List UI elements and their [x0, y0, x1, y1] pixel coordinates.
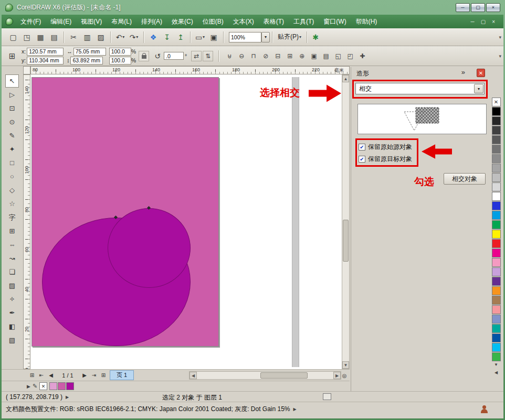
- text-tool[interactable]: 字: [5, 211, 19, 224]
- eyedropper-small-icon[interactable]: ✎: [33, 383, 37, 390]
- open-icon[interactable]: ◳: [20, 31, 33, 44]
- toolbar-overflow-icon[interactable]: ▾: [499, 35, 501, 40]
- keep-source-row[interactable]: ✔ 保留原始源对象: [359, 143, 412, 152]
- menu-item[interactable]: 文件(F): [16, 15, 46, 29]
- scale-x-field[interactable]: 100.0: [109, 48, 131, 56]
- add-page-tab-icon[interactable]: ⊞: [99, 371, 108, 380]
- horizontal-scrollbar[interactable]: ◀ ▶: [189, 371, 341, 380]
- x-position-field[interactable]: 120.57 mm: [27, 48, 64, 56]
- to-back-icon[interactable]: ◰: [345, 51, 355, 61]
- docker-close-icon[interactable]: ✕: [477, 69, 485, 77]
- fill-tool[interactable]: ◧: [5, 320, 19, 333]
- trim-icon[interactable]: ⊖: [236, 51, 247, 61]
- pick-tool[interactable]: ↖: [5, 74, 19, 88]
- no-color-swatch[interactable]: ✕: [492, 98, 501, 106]
- smart-fill-tool[interactable]: ✦: [5, 143, 19, 156]
- profile-flyout-icon[interactable]: ▶: [293, 407, 297, 412]
- dropdown-icon[interactable]: ▾: [203, 35, 205, 39]
- minimize-button[interactable]: ─: [456, 3, 470, 12]
- ungroup-icon[interactable]: ▤: [321, 51, 331, 61]
- color-swatch[interactable]: [492, 182, 501, 191]
- color-swatch[interactable]: [492, 116, 501, 125]
- color-swatch[interactable]: [492, 154, 501, 163]
- color-swatch[interactable]: [492, 107, 501, 116]
- scroll-left-icon[interactable]: ◀: [190, 372, 197, 379]
- search-content-icon[interactable]: ❖: [147, 31, 160, 44]
- redo-icon[interactable]: ↷▾: [128, 31, 140, 44]
- intersect-icon[interactable]: ⊓: [248, 51, 259, 61]
- page-tab[interactable]: 页 1: [110, 370, 134, 380]
- simplify-icon[interactable]: ⊘: [260, 51, 271, 61]
- ellipse-shape-small[interactable]: [108, 208, 191, 288]
- color-swatch[interactable]: [492, 230, 501, 239]
- shape-tool[interactable]: ▷: [5, 88, 19, 101]
- import-icon[interactable]: ↧: [161, 31, 173, 44]
- eyedropper-tool[interactable]: ✧: [5, 293, 19, 306]
- rectangle-tool[interactable]: □: [5, 156, 19, 169]
- color-swatch[interactable]: [492, 296, 501, 305]
- group-icon[interactable]: ▣: [309, 51, 319, 61]
- color-swatch[interactable]: [492, 258, 501, 267]
- mdi-minimize-button[interactable]: ─: [468, 18, 478, 26]
- color-swatch[interactable]: [492, 173, 501, 182]
- basic-shapes-tool[interactable]: ☆: [5, 197, 19, 210]
- color-swatch[interactable]: [492, 352, 501, 361]
- ellipse-tool[interactable]: ○: [5, 170, 19, 183]
- color-swatch[interactable]: [492, 277, 501, 286]
- menu-item[interactable]: 位图(B): [198, 15, 228, 29]
- zoom-tool[interactable]: ⊙: [5, 115, 19, 128]
- color-swatch[interactable]: [492, 145, 501, 154]
- rotation-field[interactable]: .0: [164, 52, 184, 60]
- convert-to-curves-icon[interactable]: ✚: [357, 51, 367, 61]
- application-launcher-icon[interactable]: ▭▾: [194, 31, 206, 44]
- scale-y-field[interactable]: 100.0: [109, 57, 131, 64]
- color-swatch[interactable]: [492, 343, 501, 352]
- to-front-icon[interactable]: ◱: [333, 51, 343, 61]
- user-account-icon[interactable]: [480, 405, 489, 413]
- color-swatch[interactable]: [492, 239, 501, 248]
- freehand-tool[interactable]: ✎: [5, 129, 19, 142]
- transparency-tool[interactable]: ▨: [5, 279, 19, 292]
- menu-item[interactable]: 工具(T): [289, 15, 319, 29]
- docker-collapse-icon[interactable]: »: [461, 68, 465, 76]
- save-icon[interactable]: ▦: [34, 31, 47, 44]
- export-icon[interactable]: ↥: [174, 31, 187, 44]
- mirror-horizontal-icon[interactable]: ⇄: [191, 51, 202, 61]
- property-bar-overflow-icon[interactable]: ▾: [499, 53, 501, 59]
- maximize-button[interactable]: ▢: [471, 3, 485, 12]
- cut-icon[interactable]: ✂: [67, 31, 80, 44]
- blend-tool[interactable]: ❏: [5, 265, 19, 278]
- width-field[interactable]: 75.05 mm: [73, 48, 106, 56]
- vertical-scrollbar[interactable]: ▲ ▼: [342, 74, 350, 369]
- menu-item[interactable]: 窗口(W): [319, 15, 351, 29]
- coords-flyout-icon[interactable]: ▶: [66, 395, 69, 400]
- close-button[interactable]: ×: [486, 3, 500, 12]
- zoom-level-select[interactable]: 100% ▾: [229, 32, 270, 42]
- menu-item[interactable]: 排列(A): [136, 15, 167, 29]
- snap-to-button[interactable]: 贴齐(P) ▾: [275, 31, 304, 43]
- color-swatch[interactable]: [492, 249, 501, 257]
- menu-item[interactable]: 编辑(E): [46, 15, 76, 29]
- dropdown-icon[interactable]: ▾: [122, 35, 124, 39]
- color-swatch[interactable]: [492, 305, 501, 314]
- document-palette-flyout-icon[interactable]: ▶: [27, 384, 30, 389]
- menu-item[interactable]: 视图(V): [76, 15, 107, 29]
- color-swatch[interactable]: [492, 201, 501, 210]
- menu-item[interactable]: 文本(X): [228, 15, 259, 29]
- mdi-restore-button[interactable]: ▢: [478, 18, 489, 26]
- scroll-right-icon[interactable]: ▶: [333, 372, 341, 379]
- horizontal-ruler[interactable]: 80100120140160180200220毫米: [30, 66, 350, 74]
- keep-target-checkbox[interactable]: ✔: [359, 156, 365, 163]
- color-swatch[interactable]: [492, 135, 501, 144]
- last-page-icon[interactable]: ⇥: [90, 371, 98, 380]
- keep-source-checkbox[interactable]: ✔: [359, 144, 365, 150]
- height-field[interactable]: 63.892 mm: [70, 57, 103, 64]
- title-bar[interactable]: CorelDRAW X6 (评估版) - [未命名 -1] ─ ▢ ×: [0, 0, 505, 15]
- color-swatch[interactable]: [492, 324, 501, 333]
- welcome-screen-icon[interactable]: ▣: [207, 31, 220, 44]
- new-document-icon[interactable]: ▢: [7, 31, 19, 44]
- vertical-scroll-thumb[interactable]: [343, 220, 349, 262]
- outline-pen-tool[interactable]: ✒: [5, 306, 19, 319]
- zoom-dropdown-icon[interactable]: ▾: [261, 32, 270, 42]
- canvas[interactable]: 选择相交: [30, 74, 342, 369]
